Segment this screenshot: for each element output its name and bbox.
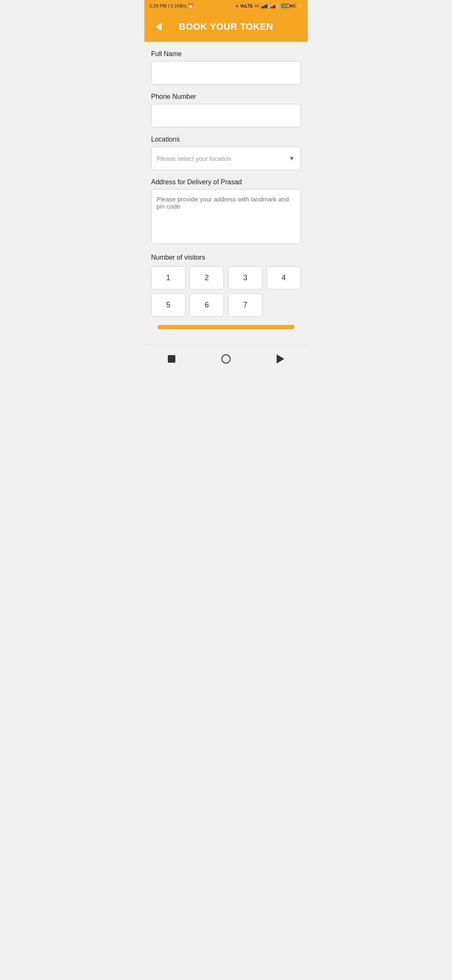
full-name-label: Full Name	[151, 50, 301, 58]
nav-back-button[interactable]	[272, 351, 289, 367]
charging-icon: ⚡	[298, 4, 303, 8]
visitor-btn-3[interactable]: 3	[228, 266, 262, 289]
circle-icon	[221, 354, 231, 364]
locations-label: Locations	[151, 136, 301, 143]
page-title: BOOK YOUR TOKEN	[166, 21, 286, 32]
bluetooth-icon: ∗	[235, 4, 239, 8]
header: BOOK YOUR TOKEN	[144, 12, 308, 42]
full-name-input[interactable]	[151, 61, 301, 85]
visitor-btn-5[interactable]: 5	[151, 294, 185, 317]
locations-group: Locations Please select your location ▼	[151, 136, 301, 170]
visitor-btn-4[interactable]: 4	[267, 266, 301, 289]
battery-icon	[281, 4, 290, 8]
back-arrow-icon	[156, 23, 162, 31]
submit-bar[interactable]	[158, 325, 294, 329]
visitors-group: Number of visitors 1 2 3 4 5 6 7	[151, 254, 301, 317]
location-select[interactable]: Please select your location	[152, 147, 300, 170]
triangle-icon	[277, 354, 284, 364]
nav-circle-button[interactable]	[218, 351, 234, 367]
address-label: Address for Delivery of Prasad	[151, 178, 301, 186]
visitors-grid: 1 2 3 4 5 6 7	[151, 266, 301, 317]
nav-bar	[144, 344, 308, 373]
phone-number-input[interactable]	[151, 104, 301, 127]
status-time: 2:29 PM | 0.1KB/s ⏰	[149, 3, 194, 9]
signal-4g-icon: 4G	[254, 4, 259, 8]
form-content: Full Name Phone Number Locations Please …	[144, 42, 308, 338]
signal-bars-2	[271, 3, 279, 8]
address-group: Address for Delivery of Prasad	[151, 178, 301, 245]
full-name-group: Full Name	[151, 50, 301, 85]
visitor-btn-1[interactable]: 1	[151, 266, 185, 289]
visitor-btn-2[interactable]: 2	[190, 266, 224, 289]
location-select-wrapper[interactable]: Please select your location ▼	[151, 147, 301, 170]
visitors-label: Number of visitors	[151, 254, 301, 261]
address-textarea[interactable]	[151, 189, 301, 244]
network-icon: VoLTE	[240, 4, 253, 8]
status-bar: 2:29 PM | 0.1KB/s ⏰ ∗ VoLTE 4G 86 ⚡	[144, 0, 308, 12]
battery-percent: 86	[291, 4, 296, 8]
visitor-btn-6[interactable]: 6	[190, 294, 224, 317]
back-button[interactable]	[151, 19, 166, 34]
nav-square-button[interactable]	[163, 351, 180, 367]
phone-number-label: Phone Number	[151, 93, 301, 101]
visitor-btn-7[interactable]: 7	[228, 294, 262, 317]
square-icon	[168, 355, 175, 363]
status-icons: ∗ VoLTE 4G 86 ⚡	[235, 3, 303, 8]
signal-bars-1	[261, 3, 269, 8]
phone-number-group: Phone Number	[151, 93, 301, 127]
